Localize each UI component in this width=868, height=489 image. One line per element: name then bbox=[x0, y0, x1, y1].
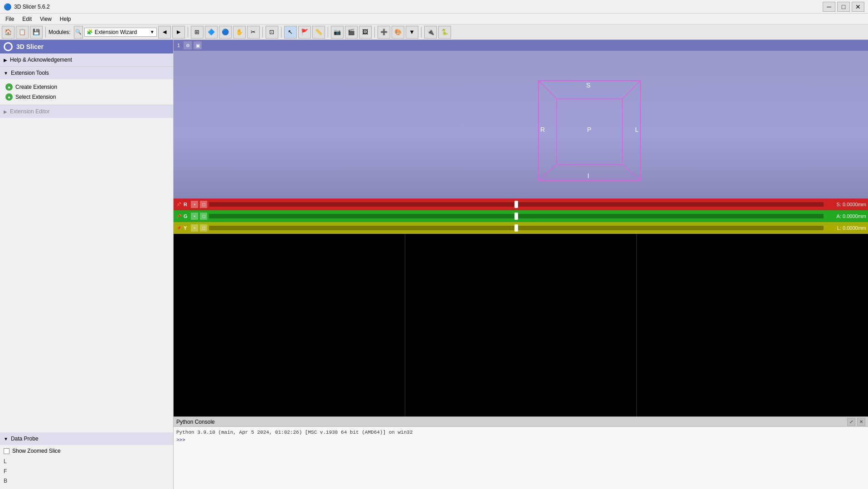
close-button[interactable]: ✕ bbox=[852, 2, 864, 12]
slice-view-red bbox=[174, 234, 405, 416]
green-slice-value: A: 0.0000mm bbox=[825, 213, 866, 219]
console-titlebar: Python Console ⤢ ✕ bbox=[174, 417, 868, 427]
tb-sep-6 bbox=[374, 27, 375, 38]
console-close-btn[interactable]: ✕ bbox=[857, 418, 865, 426]
coord-L: L bbox=[4, 457, 170, 467]
data-probe-coords: L F B bbox=[4, 457, 170, 486]
select-extension-label: Select Extension bbox=[15, 94, 56, 100]
tb-sep-2 bbox=[188, 27, 188, 38]
svg-text:I: I bbox=[587, 172, 589, 179]
tb-sep-1 bbox=[45, 27, 46, 38]
red-slice-thumb[interactable] bbox=[514, 201, 518, 208]
tb-python-btn[interactable]: 🐍 bbox=[438, 26, 451, 39]
green-slice-icon2[interactable]: ◻ bbox=[200, 213, 207, 220]
tb-sep-5 bbox=[328, 27, 328, 38]
help-section-header[interactable]: ▶ Help & Acknowledgement bbox=[0, 53, 173, 66]
coord-F: F bbox=[4, 467, 170, 477]
tb-sep-3 bbox=[262, 27, 263, 38]
tb-color-arrow-btn[interactable]: ▼ bbox=[406, 26, 418, 39]
tb-3d-btn[interactable]: 🔷 bbox=[205, 26, 218, 39]
tb-icon-2[interactable]: 📋 bbox=[16, 26, 29, 39]
tb-film-btn[interactable]: 🎬 bbox=[345, 26, 358, 39]
svg-line-3 bbox=[622, 81, 640, 99]
svg-text:L: L bbox=[635, 126, 639, 133]
green-slice-icon1[interactable]: ▪ bbox=[191, 213, 198, 220]
console-detach-btn[interactable]: ⤢ bbox=[847, 418, 855, 426]
extension-tools-section: ▼ Extension Tools ● Create Extension ● S… bbox=[0, 67, 173, 105]
data-probe-header[interactable]: ▼ Data Probe bbox=[0, 432, 173, 445]
view-settings-btn[interactable]: ⚙ bbox=[184, 41, 192, 49]
tb-hand-btn[interactable]: ✋ bbox=[233, 26, 246, 39]
minimize-button[interactable]: ─ bbox=[823, 2, 835, 12]
main-layout: 3D Slicer ▶ Help & Acknowledgement ▼ Ext… bbox=[0, 40, 868, 489]
menu-view[interactable]: View bbox=[36, 15, 55, 23]
create-extension-btn[interactable]: ● Create Extension bbox=[2, 82, 171, 92]
menu-help[interactable]: Help bbox=[56, 15, 75, 23]
tb-grid-btn[interactable]: ⊡ bbox=[266, 26, 278, 39]
green-slice-thumb[interactable] bbox=[514, 213, 518, 220]
data-probe-content: Show Zoomed Slice L F B bbox=[0, 445, 173, 489]
view-window-btn[interactable]: ▣ bbox=[194, 41, 202, 49]
app-icon: 🔵 bbox=[4, 3, 11, 10]
svg-line-4 bbox=[538, 165, 557, 180]
console-line-1: Python 3.9.10 (main, Apr 5 2024, 01:02:2… bbox=[176, 429, 865, 436]
menu-edit[interactable]: Edit bbox=[19, 15, 35, 23]
tb-flag-btn[interactable]: 🚩 bbox=[298, 26, 311, 39]
left-panel: 3D Slicer ▶ Help & Acknowledgement ▼ Ext… bbox=[0, 40, 174, 489]
modules-label: Modules: bbox=[48, 29, 71, 35]
help-section-label: Help & Acknowledgement bbox=[10, 57, 72, 63]
tb-icon-3[interactable]: 💾 bbox=[30, 26, 43, 39]
left-panel-spacer bbox=[0, 118, 173, 432]
yellow-slice-track[interactable] bbox=[209, 226, 824, 230]
red-slice-icon2[interactable]: ◻ bbox=[200, 201, 207, 208]
svg-text:S: S bbox=[586, 82, 590, 89]
green-slice-label: G bbox=[184, 213, 189, 219]
yellow-slice-icon2[interactable]: ◻ bbox=[200, 224, 207, 232]
console-title: Python Console bbox=[176, 419, 215, 425]
tb-icon-1[interactable]: 🏠 bbox=[2, 26, 15, 39]
tb-color-btn[interactable]: 🎨 bbox=[392, 26, 404, 39]
view-3d-toolbar: 1 ⚙ ▣ bbox=[174, 40, 868, 51]
red-slice-track[interactable] bbox=[209, 202, 824, 207]
extension-editor-label: Extension Editor bbox=[10, 108, 49, 115]
tb-cursor-btn[interactable]: ↖ bbox=[284, 26, 297, 39]
red-slice-pin: 📌 bbox=[175, 201, 182, 208]
titlebar-left: 🔵 3D Slicer 5.6.2 bbox=[4, 3, 50, 10]
tb-screenshot-btn[interactable]: 🖼 bbox=[359, 26, 372, 39]
tb-ext-btn[interactable]: 🔌 bbox=[424, 26, 437, 39]
module-search-btn[interactable]: 🔍 bbox=[74, 26, 83, 39]
green-slice-track[interactable] bbox=[209, 214, 824, 218]
tb-layout-btn[interactable]: ⊞ bbox=[191, 26, 204, 39]
zoomed-slice-checkbox[interactable] bbox=[4, 448, 10, 454]
tb-cut-btn[interactable]: ✂ bbox=[247, 26, 260, 39]
data-probe-section: ▼ Data Probe Show Zoomed Slice L F B bbox=[0, 432, 173, 489]
select-extension-btn[interactable]: ● Select Extension bbox=[2, 92, 171, 102]
modules-dropdown[interactable]: 🧩 Extension Wizard ▼ bbox=[84, 28, 157, 37]
console-controls: ⤢ ✕ bbox=[847, 418, 865, 426]
ext-editor-arrow: ▶ bbox=[4, 109, 7, 114]
slicer-logo-inner bbox=[5, 44, 11, 50]
red-slice-value: S: 0.0000mm bbox=[825, 202, 866, 207]
tb-measure-btn[interactable]: 📏 bbox=[312, 26, 325, 39]
tb-camera-btn[interactable]: 📷 bbox=[331, 26, 344, 39]
tb-sphere-btn[interactable]: 🔵 bbox=[219, 26, 232, 39]
extension-tools-header[interactable]: ▼ Extension Tools bbox=[0, 67, 173, 79]
data-probe-label: Data Probe bbox=[11, 436, 39, 442]
3d-box-svg: S I R L P bbox=[536, 78, 643, 185]
tb-plus-btn[interactable]: ➕ bbox=[378, 26, 390, 39]
menubar: File Edit View Help bbox=[0, 14, 868, 24]
yellow-slice-icon1[interactable]: ▪ bbox=[191, 224, 198, 232]
app-title: 3D Slicer 5.6.2 bbox=[14, 4, 50, 10]
nav-back-btn[interactable]: ◀ bbox=[158, 26, 171, 39]
maximize-button[interactable]: □ bbox=[837, 2, 850, 12]
dropdown-arrow: ▼ bbox=[150, 29, 155, 34]
nav-fwd-btn[interactable]: ▶ bbox=[172, 26, 185, 39]
help-collapse-arrow: ▶ bbox=[4, 58, 7, 63]
yellow-slice-thumb[interactable] bbox=[514, 224, 518, 232]
toolbar: 🏠 📋 💾 Modules: 🔍 🧩 Extension Wizard ▼ ◀ … bbox=[0, 24, 868, 40]
red-slice-icon1[interactable]: ▪ bbox=[191, 201, 198, 208]
red-slice-label: R bbox=[184, 202, 189, 207]
slicer-header: 3D Slicer bbox=[0, 40, 173, 53]
yellow-slice-label: Y bbox=[184, 225, 189, 231]
menu-file[interactable]: File bbox=[2, 15, 18, 23]
